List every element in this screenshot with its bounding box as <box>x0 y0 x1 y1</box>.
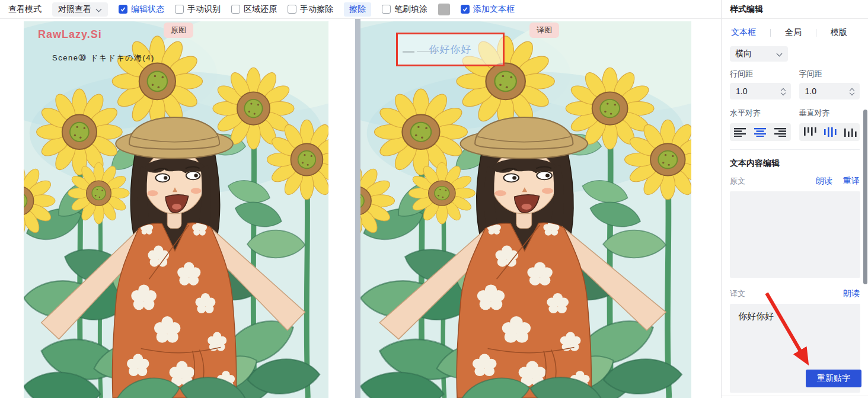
checkbox-manual-recognize[interactable]: 手动识别 <box>175 4 221 15</box>
translated-image-panel: 你好你好 译图 <box>360 19 721 398</box>
checkbox-icon <box>288 5 296 14</box>
original-badge: 原图 <box>164 23 193 38</box>
valign-bottom-icon[interactable] <box>843 127 857 137</box>
erased-text-remnant <box>417 51 437 52</box>
checkbox-icon <box>382 5 391 14</box>
checkbox-checked-icon <box>461 5 470 14</box>
checkbox-edit-state[interactable]: 编辑状态 <box>119 4 164 15</box>
tab-textbox[interactable]: 文本框 <box>730 27 757 38</box>
view-mode-select[interactable]: 对照查看 <box>52 2 108 17</box>
toolbar-tools: 查看模式 对照查看 编辑状态 手动识别 区域还原 手动擦除 擦除 笔刷填涂 <box>0 0 721 18</box>
stepper-up-icon[interactable] <box>781 88 786 91</box>
checkbox-add-textbox-label: 添加文本框 <box>473 4 515 15</box>
source-text-label: 原文 <box>730 176 805 187</box>
erase-button[interactable]: 擦除 <box>344 2 371 17</box>
valign-top-icon[interactable] <box>802 127 816 137</box>
letter-spacing-value: 1.0 <box>805 86 816 96</box>
checkbox-add-textbox[interactable]: 添加文本框 <box>461 4 515 15</box>
orientation-select[interactable]: 横向 <box>730 46 788 62</box>
view-mode-value: 对照查看 <box>58 4 91 15</box>
valign-middle-icon[interactable] <box>822 127 837 137</box>
checkbox-region-restore-label: 区域还原 <box>244 4 277 15</box>
stepper-up-icon[interactable] <box>850 88 855 91</box>
source-read-aloud-link[interactable]: 朗读 <box>816 176 832 187</box>
chevron-down-icon <box>96 7 102 12</box>
view-mode-label: 查看模式 <box>8 4 42 15</box>
sidebar-bottom-border <box>722 396 868 396</box>
panel-divider[interactable] <box>355 19 360 398</box>
checkbox-manual-erase-label: 手动擦除 <box>300 4 333 15</box>
checkbox-icon <box>175 5 184 14</box>
text-box-selection[interactable]: 你好你好 <box>396 33 505 66</box>
workspace: RawLazy.Si Scene㉚ ドキドキの海(4) 原图 你好你好 译图 文… <box>0 19 868 398</box>
text-edit-section-title: 文本内容编辑 <box>730 158 860 169</box>
sidebar-header: 样式编辑 <box>721 0 868 18</box>
letter-spacing-label: 字间距 <box>799 69 860 79</box>
orientation-value: 横向 <box>735 49 752 59</box>
checkbox-manual-recognize-label: 手动识别 <box>187 4 221 15</box>
checkbox-manual-erase[interactable]: 手动擦除 <box>288 4 333 15</box>
checkbox-edit-state-label: 编辑状态 <box>131 4 164 15</box>
target-text-label: 译文 <box>730 288 832 299</box>
v-align-group <box>799 123 860 141</box>
watermark-text: RawLazy.Si <box>38 28 102 41</box>
translated-illustration[interactable] <box>360 21 691 398</box>
h-align-label: 水平对齐 <box>730 108 791 118</box>
scene-caption-text: Scene㉚ ドキドキの海(4) <box>52 53 155 63</box>
repaste-text-button[interactable]: 重新贴字 <box>806 370 861 387</box>
stepper-down-icon[interactable] <box>781 92 786 95</box>
align-center-icon[interactable] <box>754 127 767 137</box>
original-image-panel: RawLazy.Si Scene㉚ ドキドキの海(4) 原图 <box>0 19 355 398</box>
line-spacing-value: 1.0 <box>736 86 747 96</box>
checkbox-checked-icon <box>119 5 127 14</box>
sidebar-scrollbar-thumb[interactable] <box>863 110 867 284</box>
v-align-label: 垂直对齐 <box>799 108 860 118</box>
line-spacing-label: 行间距 <box>730 69 791 79</box>
translated-overlay-text[interactable]: 你好你好 <box>429 43 472 56</box>
brush-color-swatch[interactable] <box>438 4 450 15</box>
source-text-area[interactable] <box>730 191 860 278</box>
sidebar-title: 样式编辑 <box>730 4 763 15</box>
tab-separator <box>816 29 816 37</box>
checkbox-icon <box>231 5 240 14</box>
checkbox-region-restore[interactable]: 区域还原 <box>231 4 277 15</box>
checkbox-brush-fill-label: 笔刷填涂 <box>394 4 427 15</box>
sidebar-divider <box>730 149 860 150</box>
translated-badge: 译图 <box>529 23 559 38</box>
stepper-down-icon[interactable] <box>850 92 855 95</box>
top-toolbar: 查看模式 对照查看 编辑状态 手动识别 区域还原 手动擦除 擦除 笔刷填涂 <box>0 0 868 19</box>
align-right-icon[interactable] <box>774 127 787 137</box>
style-editor-sidebar: 文本框 全局 模版 横向 行间距 1.0 字间距 <box>721 19 868 398</box>
align-left-icon[interactable] <box>733 127 746 137</box>
tab-global[interactable]: 全局 <box>784 27 803 38</box>
checkbox-brush-fill[interactable]: 笔刷填涂 <box>382 4 427 15</box>
tab-separator <box>770 29 771 37</box>
chevron-down-icon <box>777 51 783 57</box>
original-illustration[interactable] <box>24 21 328 398</box>
line-spacing-stepper[interactable]: 1.0 <box>730 83 791 100</box>
source-retranslate-link[interactable]: 重译 <box>843 176 860 187</box>
h-align-group <box>730 123 791 141</box>
sidebar-tabs: 文本框 全局 模版 <box>730 24 860 41</box>
tab-template[interactable]: 模版 <box>829 27 848 38</box>
erased-text-remnant <box>403 51 414 53</box>
target-read-aloud-link[interactable]: 朗读 <box>843 288 860 299</box>
letter-spacing-stepper[interactable]: 1.0 <box>799 83 860 100</box>
